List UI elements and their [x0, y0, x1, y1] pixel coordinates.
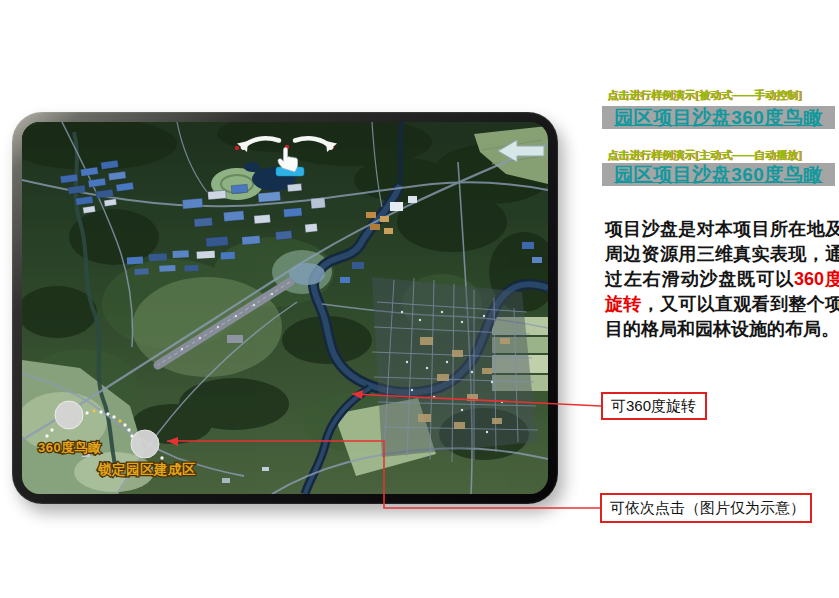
demo1-link-label: 园区项目沙盘360度鸟瞰	[614, 105, 823, 131]
satellite-map: 360度鸟瞰 锁定园区建成区	[22, 122, 548, 494]
map-label-lock-area: 锁定园区建成区	[97, 462, 196, 477]
map-label-birdview: 360度鸟瞰	[38, 440, 102, 455]
hotspot-circle-lock[interactable]	[131, 430, 159, 458]
demo1-caption: 点击进行样例演示[被动式——手动控制]	[607, 88, 837, 103]
hotspot-circle-birdview[interactable]	[55, 401, 83, 429]
urban-district	[372, 277, 538, 462]
demo1-link-button[interactable]: 园区项目沙盘360度鸟瞰	[602, 106, 835, 129]
callout-rotate: 可360度旋转	[601, 392, 707, 420]
demo2-link-button[interactable]: 园区项目沙盘360度鸟瞰	[602, 163, 835, 186]
callout-click-sequence: 可依次点击（图片仅为示意）	[600, 493, 812, 523]
tablet-device: 360度鸟瞰 锁定园区建成区	[12, 112, 558, 504]
project-description: 项目沙盘是对本项目所在地及周边资源用三维真实表现，通过左右滑动沙盘既可以360度…	[605, 217, 839, 342]
slide-canvas: 360度鸟瞰 锁定园区建成区 点击进行样例演示[被动式——手动控制] 园区项目沙…	[0, 0, 839, 598]
tablet-screen[interactable]: 360度鸟瞰 锁定园区建成区	[22, 122, 548, 494]
demo2-link-label: 园区项目沙盘360度鸟瞰	[614, 162, 823, 188]
